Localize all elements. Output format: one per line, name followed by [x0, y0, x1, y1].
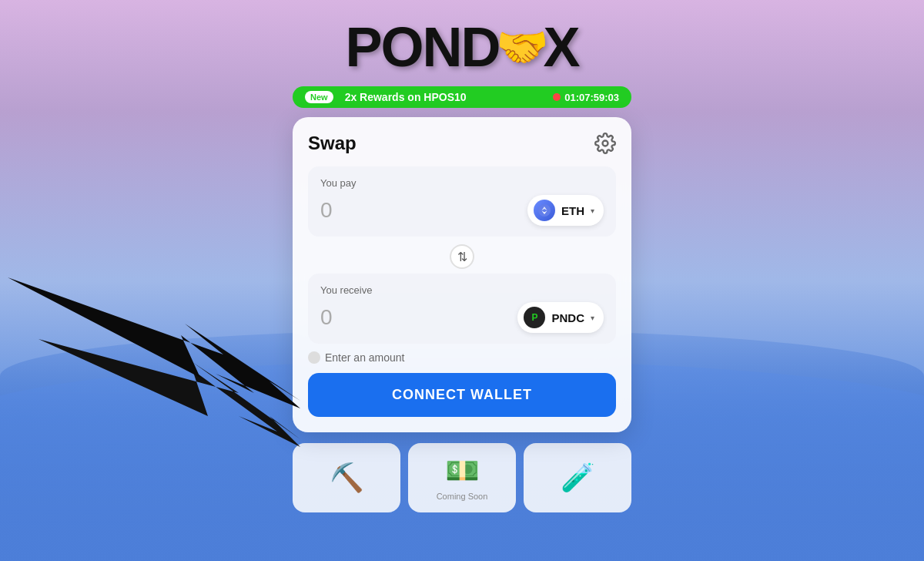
timer-value: 01:07:59:03: [564, 92, 619, 103]
money-card[interactable]: 💵 Coming Soon: [408, 443, 516, 512]
timer-dot-icon: [553, 93, 561, 101]
logo-container: POND 🤝 X: [345, 15, 578, 79]
swap-title: Swap: [308, 133, 357, 154]
logo-text-left: POND: [345, 15, 499, 79]
logo-handshake-icon: 🤝: [496, 22, 547, 72]
you-receive-label: You receive: [320, 284, 604, 296]
enter-amount-row: Enter an amount: [308, 351, 616, 364]
mining-icon: ⛏️: [330, 462, 364, 494]
pndc-token-selector[interactable]: P PNDC ▾: [517, 302, 604, 333]
svg-point-1: [603, 141, 608, 146]
logo-text-right: X: [544, 15, 579, 79]
main-content: POND 🤝 X New 2x Rewards on HPOS10 01:07:…: [0, 0, 924, 512]
enter-amount-text: Enter an amount: [325, 351, 405, 364]
money-label: Coming Soon: [437, 492, 488, 501]
pndc-token-name: PNDC: [551, 311, 584, 324]
pndc-icon: P: [524, 307, 545, 328]
you-receive-row: P PNDC ▾: [320, 302, 604, 333]
you-pay-input[interactable]: [320, 198, 444, 223]
connect-wallet-button[interactable]: CONNECT WALLET: [308, 373, 616, 417]
enter-amount-indicator: [308, 351, 320, 364]
mining-card[interactable]: ⛏️: [293, 443, 400, 512]
you-receive-section: You receive P PNDC ▾: [308, 274, 616, 344]
logo: POND 🤝 X: [345, 15, 578, 79]
you-pay-row: ETH ▾: [320, 195, 604, 226]
rewards-banner: New 2x Rewards on HPOS10 01:07:59:03: [293, 86, 631, 108]
you-pay-label: You pay: [320, 177, 604, 189]
you-receive-input[interactable]: [320, 305, 444, 330]
banner-timer: 01:07:59:03: [553, 92, 619, 103]
swap-header: Swap: [308, 133, 616, 154]
svg-point-2: [538, 204, 551, 217]
bottom-icon-row: ⛏️ 💵 Coming Soon 🧪: [293, 443, 631, 512]
eth-icon: [534, 200, 555, 221]
flask-icon: 🧪: [561, 462, 595, 494]
flask-card[interactable]: 🧪: [524, 443, 631, 512]
settings-icon[interactable]: [594, 133, 616, 154]
money-icon: 💵: [445, 455, 480, 487]
swap-card: Swap You pay: [293, 117, 631, 432]
banner-message: 2x Rewards on HPOS10: [345, 91, 546, 103]
eth-token-selector[interactable]: ETH ▾: [527, 195, 604, 226]
banner-new-label: New: [305, 91, 333, 103]
swap-direction-container: ⇅: [308, 240, 616, 274]
eth-chevron-icon: ▾: [591, 207, 594, 215]
you-pay-section: You pay ETH ▾: [308, 166, 616, 237]
eth-token-name: ETH: [561, 204, 584, 217]
pndc-chevron-icon: ▾: [591, 314, 594, 322]
swap-direction-button[interactable]: ⇅: [450, 244, 474, 269]
